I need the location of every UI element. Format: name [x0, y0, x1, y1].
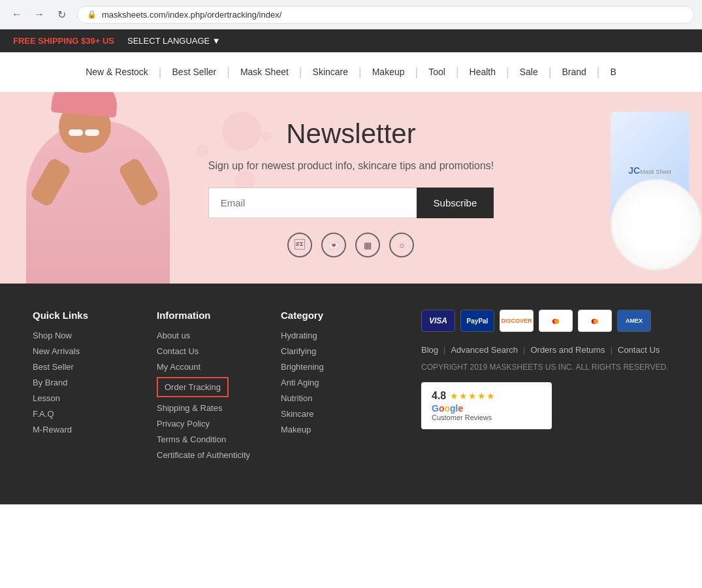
makeup-link[interactable]: Makeup [281, 425, 311, 434]
hydrating-link[interactable]: Hydrating [281, 331, 317, 340]
faq-link[interactable]: F.A.Q [33, 409, 54, 419]
back-button[interactable]: ← [8, 5, 26, 24]
newsletter-form: Subscribe [208, 188, 494, 218]
reload-button[interactable]: ↻ [52, 5, 71, 24]
nav-item-best-seller[interactable]: Best Seller [163, 52, 226, 91]
visa-icon: VISA [421, 310, 455, 332]
facebook-icon[interactable]:  [287, 233, 312, 257]
google-reviews-label: Customer Reviews [432, 414, 496, 421]
nav-item-tool[interactable]: Tool [419, 52, 455, 91]
subscribe-button[interactable]: Subscribe [417, 188, 494, 218]
url-text: masksheets.com/index.php/ordertracking/i… [102, 10, 281, 20]
pinterest-icon[interactable]: ○ [389, 233, 414, 257]
address-bar[interactable]: 🔒 masksheets.com/index.php/ordertracking… [77, 6, 694, 24]
category-list: Hydrating Clarifying Brightening Anti Ag… [281, 330, 379, 434]
nav-item-health[interactable]: Health [460, 52, 505, 91]
category-title: Category [281, 310, 379, 321]
list-item: New Arrivals [33, 346, 131, 356]
nav-item-brand[interactable]: Brand [552, 52, 595, 91]
google-rating: 4.8 [432, 390, 446, 402]
best-seller-link[interactable]: Best Seller [33, 362, 74, 372]
shop-now-link[interactable]: Shop Now [33, 331, 72, 340]
advanced-search-link[interactable]: Advanced Search [451, 345, 518, 355]
browser-nav-buttons: ← → ↻ [8, 5, 71, 24]
list-item: Makeup [281, 424, 379, 434]
information-title: Information [157, 310, 255, 321]
main-navigation: New & Restock | Best Seller | Mask Sheet… [0, 52, 702, 92]
terms-link[interactable]: Terms & Condition [157, 434, 226, 444]
language-selector[interactable]: SELECT LANGUAGE ▼ [127, 36, 221, 46]
list-item: My Account [157, 361, 255, 372]
list-item: Order Tracking [157, 377, 255, 397]
list-item: Hydrating [281, 330, 379, 340]
list-item: Lesson [33, 393, 131, 403]
brightening-link[interactable]: Brightening [281, 362, 324, 372]
copyright-text: COPYRIGHT 2019 MASKSHEETS US INC. ALL RI… [421, 363, 669, 372]
orders-returns-link[interactable]: Orders and Returns [530, 345, 605, 355]
blog-link[interactable]: Blog [421, 345, 438, 355]
list-item: Shop Now [33, 330, 131, 340]
towel [51, 92, 119, 118]
certificate-link[interactable]: Certificate of Authenticity [157, 450, 250, 460]
contact-us-link[interactable]: Contact Us [157, 346, 199, 356]
list-item: Terms & Condition [157, 434, 255, 444]
newsletter-section: Newsletter Sign up for newest product in… [0, 92, 702, 284]
discover-icon: DISCOVER [500, 310, 534, 332]
footer: Quick Links Shop Now New Arrivals Best S… [0, 284, 702, 504]
skincare-link[interactable]: Skincare [281, 409, 314, 419]
shipping-rates-link[interactable]: Shipping & Rates [157, 403, 222, 413]
twitter-icon[interactable]: 💌 [321, 233, 346, 257]
lock-icon: 🔒 [87, 10, 97, 19]
social-icons:  💌 ▦ ○ [208, 233, 494, 257]
information-column: Information About us Contact Us My Accou… [157, 310, 255, 465]
forward-button[interactable]: → [30, 5, 48, 24]
free-shipping-text: FREE SHIPPING $39+ US [13, 36, 114, 46]
instagram-icon[interactable]: ▦ [355, 233, 380, 257]
announcement-bar: FREE SHIPPING $39+ US SELECT LANGUAGE ▼ [0, 29, 702, 52]
list-item: Contact Us [157, 346, 255, 356]
list-item: Privacy Policy [157, 418, 255, 429]
nav-item-new-restock[interactable]: New & Restock [76, 52, 157, 91]
nav-item-skincare[interactable]: Skincare [304, 52, 357, 91]
privacy-policy-link[interactable]: Privacy Policy [157, 419, 210, 429]
new-arrivals-link[interactable]: New Arrivals [33, 346, 80, 356]
list-item: Skincare [281, 408, 379, 419]
list-item: Nutrition [281, 393, 379, 403]
by-brand-link[interactable]: By Brand [33, 378, 67, 387]
clarifying-link[interactable]: Clarifying [281, 346, 316, 356]
nav-item-makeup[interactable]: Makeup [363, 52, 414, 91]
browser-chrome: ← → ↻ 🔒 masksheets.com/index.php/ordertr… [0, 0, 702, 29]
footer-links-row: Blog | Advanced Search | Orders and Retu… [421, 345, 669, 355]
list-item: F.A.Q [33, 408, 131, 419]
google-reviews-box[interactable]: 4.8 ★★★★★ Google Customer Reviews [421, 382, 552, 429]
nav-item-sale[interactable]: Sale [511, 52, 547, 91]
list-item: Best Seller [33, 361, 131, 372]
nutrition-link[interactable]: Nutrition [281, 393, 312, 403]
list-item: Certificate of Authenticity [157, 449, 255, 460]
footer-contact-link[interactable]: Contact Us [618, 345, 660, 355]
list-item: By Brand [33, 377, 131, 387]
quick-links-title: Quick Links [33, 310, 131, 321]
mask-product [611, 179, 702, 270]
about-us-link[interactable]: About us [157, 331, 190, 340]
person-illustration [0, 92, 202, 284]
google-logo-text: Google [432, 403, 496, 414]
maestro-icon: ●● [539, 310, 573, 332]
payment-icons: VISA PayPal DISCOVER ●● ●● AMEX [421, 310, 669, 332]
my-account-link[interactable]: My Account [157, 362, 200, 372]
lesson-link[interactable]: Lesson [33, 393, 60, 403]
nav-item-b[interactable]: B [601, 52, 626, 91]
list-item: Clarifying [281, 346, 379, 356]
nav-item-mask-sheet[interactable]: Mask Sheet [231, 52, 298, 91]
email-input[interactable] [208, 188, 417, 218]
m-reward-link[interactable]: M-Reward [33, 425, 72, 434]
order-tracking-link[interactable]: Order Tracking [157, 377, 229, 397]
anti-aging-link[interactable]: Anti Aging [281, 378, 319, 387]
newsletter-right-decoration: JC Mask Sheet [584, 92, 702, 284]
list-item: About us [157, 330, 255, 340]
paypal-icon: PayPal [460, 310, 494, 332]
quick-links-list: Shop Now New Arrivals Best Seller By Bra… [33, 330, 131, 434]
information-list: About us Contact Us My Account Order Tra… [157, 330, 255, 460]
list-item: M-Reward [33, 424, 131, 434]
list-item: Anti Aging [281, 377, 379, 387]
